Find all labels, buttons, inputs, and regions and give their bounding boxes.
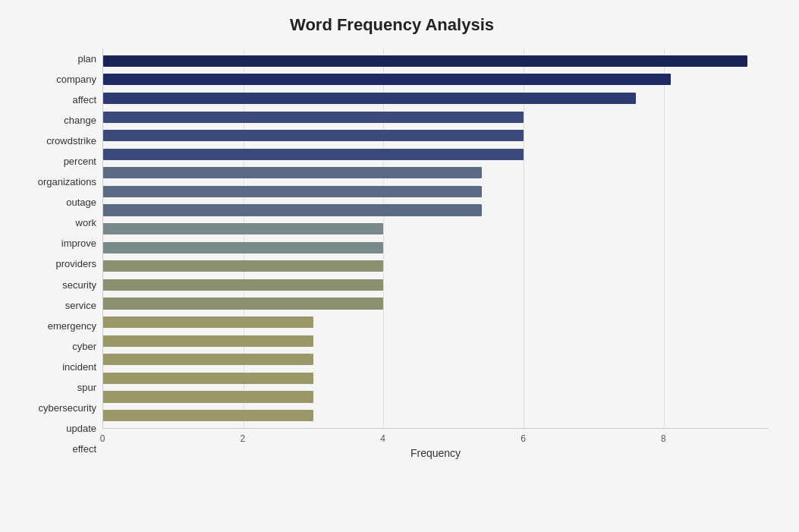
- bar: [103, 167, 482, 178]
- y-label: cyber: [15, 342, 96, 351]
- y-label: improve: [15, 238, 96, 248]
- y-axis-labels: plancompanyaffectchangecrowdstrikepercen…: [15, 49, 102, 459]
- chart-container: Word Frequency Analysis plancompanyaffec…: [0, 0, 799, 532]
- bar-row: [103, 164, 769, 183]
- bar: [103, 297, 383, 309]
- y-label: incident: [15, 362, 96, 372]
- y-label: percent: [15, 156, 96, 166]
- bar-row: [103, 145, 769, 164]
- bar: [103, 112, 524, 123]
- chart-area: plancompanyaffectchangecrowdstrikepercen…: [15, 49, 769, 459]
- y-label: service: [15, 301, 96, 310]
- bar-row: [103, 238, 769, 257]
- y-label: plan: [15, 54, 96, 64]
- x-tick-label: 0: [87, 433, 118, 444]
- bar-row: [103, 52, 769, 71]
- bar-row: [103, 294, 769, 313]
- bar: [103, 242, 383, 253]
- bar: [103, 354, 313, 365]
- bar: [103, 93, 636, 104]
- bar-row: [103, 71, 769, 90]
- bar: [103, 186, 482, 197]
- bar: [103, 204, 482, 216]
- y-label: change: [15, 115, 96, 125]
- y-label: emergency: [15, 321, 96, 331]
- y-label: security: [15, 280, 96, 290]
- y-label: providers: [15, 259, 96, 269]
- bar: [103, 335, 313, 347]
- x-tick-label: 2: [228, 433, 258, 444]
- x-axis-labels: 02468: [102, 429, 769, 444]
- bar-row: [103, 313, 769, 332]
- bar-row: [103, 406, 769, 425]
- chart-title: Word Frequency Analysis: [15, 15, 769, 35]
- bar-row: [103, 369, 769, 388]
- y-label: organizations: [15, 177, 96, 187]
- y-label: effect: [15, 444, 96, 454]
- bars-inner: [103, 49, 769, 428]
- bar: [103, 316, 313, 328]
- bar: [103, 373, 313, 384]
- y-label: spur: [15, 382, 96, 392]
- bar: [103, 55, 747, 67]
- bars-wrapper: [102, 49, 769, 429]
- y-label: cybersecurity: [15, 403, 96, 413]
- bar-row: [103, 201, 769, 220]
- bar: [103, 74, 671, 85]
- bar: [103, 130, 524, 141]
- bar: [103, 149, 524, 160]
- bar: [103, 391, 313, 402]
- x-tick-label: 4: [368, 433, 398, 444]
- bar-row: [103, 182, 769, 201]
- y-label: update: [15, 423, 96, 433]
- x-axis-title: Frequency: [102, 447, 769, 459]
- bar: [103, 223, 383, 235]
- y-label: outage: [15, 197, 96, 207]
- bar-row: [103, 108, 769, 127]
- y-label: work: [15, 218, 96, 228]
- bar-row: [103, 219, 769, 238]
- bars-and-x: 02468 Frequency: [102, 49, 769, 459]
- bar-row: [103, 275, 769, 294]
- bar-row: [103, 257, 769, 276]
- y-label: company: [15, 74, 96, 84]
- bar: [103, 279, 383, 291]
- bar-row: [103, 351, 769, 370]
- y-label: affect: [15, 95, 96, 105]
- x-tick-label: 6: [508, 433, 539, 444]
- bar-row: [103, 126, 769, 145]
- bar-row: [103, 332, 769, 351]
- bar: [103, 410, 313, 421]
- y-label: crowdstrike: [15, 136, 96, 146]
- bar-row: [103, 388, 769, 407]
- x-tick-label: 8: [648, 433, 678, 444]
- bar-row: [103, 89, 769, 108]
- bar: [103, 260, 383, 272]
